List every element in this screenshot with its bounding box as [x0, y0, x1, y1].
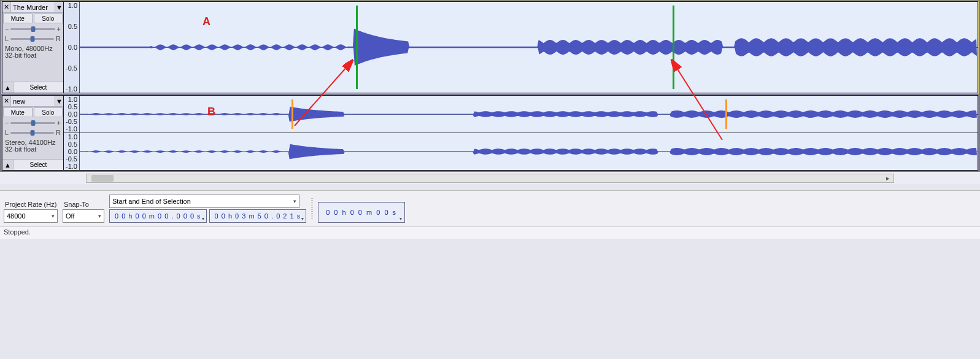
amplitude-ruler: 1.0 0.5 0.0 -0.5 -1.0: [64, 2, 80, 93]
track-2: ✕ new ▼ Mute Solo − + L R Stereo, 44100H…: [2, 95, 978, 171]
track-title[interactable]: The Murder: [11, 2, 55, 12]
marker-green-1: [356, 6, 358, 89]
gain-slider[interactable]: − +: [2, 24, 63, 34]
marker-green-2: [673, 6, 674, 89]
gain-max-label: +: [57, 119, 61, 126]
project-rate-label: Project Rate (Hz): [4, 201, 58, 208]
collapse-track-chevron-icon[interactable]: ▲: [2, 160, 14, 170]
tracks-area: ✕ The Murder ▼ Mute Solo − + L R Mono, 4…: [0, 0, 980, 172]
track-menu-chevron-icon[interactable]: ▼: [55, 96, 63, 106]
track-control-panel-1: ✕ The Murder ▼ Mute Solo − + L R Mono, 4…: [2, 2, 64, 93]
selection-start-field[interactable]: 0 0 h 0 0 m 0 0 . 0 0 0 s▾: [109, 209, 207, 223]
pan-left-label: L: [5, 129, 9, 136]
pan-slider[interactable]: L R: [2, 128, 63, 137]
waveform-svg: [80, 133, 978, 170]
status-bar: Stopped.: [0, 226, 980, 239]
track-1: ✕ The Murder ▼ Mute Solo − + L R Mono, 4…: [2, 1, 978, 93]
pan-right-label: R: [56, 35, 61, 42]
marker-orange-2: [725, 99, 727, 129]
gain-max-label: +: [57, 25, 61, 33]
snap-to-label: Snap-To: [63, 201, 104, 208]
scrollbar-thumb[interactable]: [91, 175, 114, 182]
chevron-down-icon[interactable]: ▾: [301, 216, 304, 222]
track-format-info: Stereo, 44100Hz 32-bit float: [2, 137, 63, 155]
chevron-down-icon[interactable]: ▾: [202, 216, 205, 222]
selection-mode-select[interactable]: Start and End of Selection: [109, 195, 299, 208]
waveform-view-1[interactable]: 1.0 0.5 0.0 -0.5 -1.0 A: [64, 2, 978, 93]
pan-left-label: L: [5, 35, 9, 42]
annotation-letter-a: A: [203, 15, 210, 28]
marker-orange-1: [291, 99, 293, 129]
audio-position-field[interactable]: 0 0 h 0 0 m 0 0 s▾: [318, 202, 405, 223]
gain-min-label: −: [5, 25, 9, 33]
mute-button[interactable]: Mute: [3, 107, 33, 117]
project-rate-select[interactable]: 48000: [4, 209, 58, 223]
close-track-icon[interactable]: ✕: [2, 96, 11, 106]
close-track-icon[interactable]: ✕: [2, 2, 11, 12]
collapse-track-chevron-icon[interactable]: ▲: [2, 82, 14, 93]
snap-to-select[interactable]: Off: [63, 209, 104, 223]
select-track-button[interactable]: Select: [14, 82, 63, 93]
horizontal-scrollbar[interactable]: ▸: [0, 172, 980, 184]
waveform-canvas-2-left[interactable]: B: [80, 96, 978, 133]
track-menu-chevron-icon[interactable]: ▼: [55, 2, 63, 12]
pan-slider[interactable]: L R: [2, 34, 63, 44]
solo-button[interactable]: Solo: [34, 107, 63, 117]
track-title[interactable]: new: [11, 96, 55, 106]
pan-right-label: R: [56, 129, 61, 136]
track-control-panel-2: ✕ new ▼ Mute Solo − + L R Stereo, 44100H…: [2, 96, 64, 170]
selection-end-field[interactable]: 0 0 h 0 3 m 5 0 . 0 2 1 s▾: [209, 209, 307, 223]
status-text: Stopped.: [4, 228, 31, 236]
waveform-svg: [80, 2, 978, 93]
selection-toolbar: Project Rate (Hz) 48000 Snap-To Off Star…: [0, 190, 980, 226]
amplitude-ruler: 1.0 0.5 0.0 -0.5 -1.0: [64, 133, 80, 170]
toolbar-divider: [311, 198, 313, 219]
annotation-letter-b: B: [207, 106, 215, 118]
gain-slider[interactable]: − +: [2, 118, 63, 128]
mute-button[interactable]: Mute: [3, 14, 33, 23]
solo-button[interactable]: Solo: [34, 14, 63, 23]
waveform-canvas-2-right[interactable]: [80, 133, 978, 170]
chevron-down-icon[interactable]: ▾: [399, 216, 403, 222]
amplitude-ruler: 1.0 0.5 0.0 -0.5 -1.0: [64, 96, 80, 133]
select-track-button[interactable]: Select: [14, 160, 63, 170]
scroll-right-arrow-icon[interactable]: ▸: [884, 175, 892, 182]
gain-min-label: −: [5, 119, 9, 126]
waveform-canvas-1[interactable]: A: [80, 2, 978, 93]
waveform-view-2-right[interactable]: 1.0 0.5 0.0 -0.5 -1.0: [64, 133, 978, 170]
track-format-info: Mono, 48000Hz 32-bit float: [2, 44, 63, 61]
waveform-view-2-left[interactable]: 1.0 0.5 0.0 -0.5 -1.0 B: [64, 96, 978, 133]
